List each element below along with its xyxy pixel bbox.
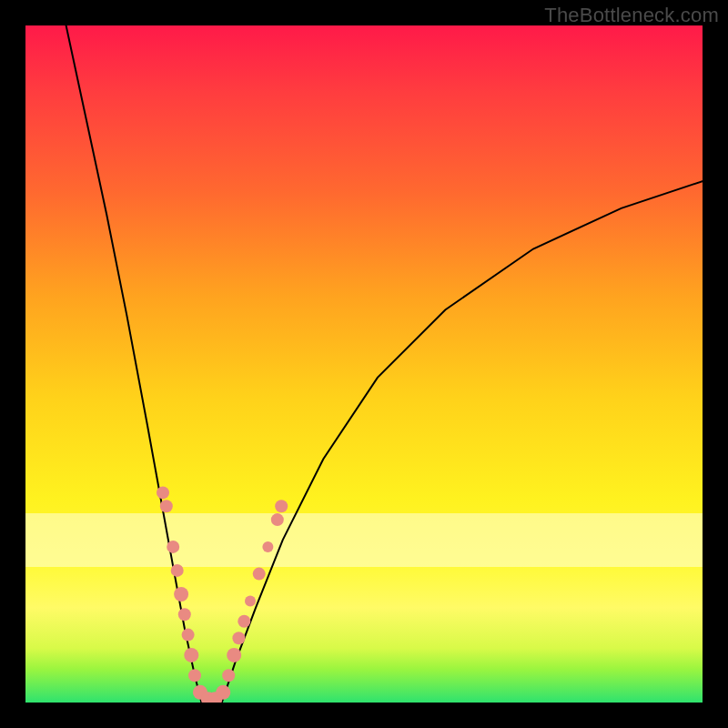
- curve-layer: [25, 25, 703, 703]
- plot-area: [25, 25, 703, 703]
- marker-dot: [160, 500, 173, 512]
- marker-dot: [232, 632, 245, 644]
- marker-dot: [275, 500, 288, 512]
- series-group: [66, 25, 703, 703]
- marker-dot: [182, 629, 195, 642]
- marker-dot: [174, 587, 188, 602]
- marker-dot: [171, 564, 184, 577]
- series-right-branch: [222, 181, 703, 703]
- marker-dot: [227, 648, 241, 662]
- marker-dot: [253, 568, 266, 581]
- marker-group: [157, 486, 288, 703]
- watermark-text: TheBottleneck.com: [544, 4, 719, 27]
- marker-dot: [216, 685, 230, 700]
- marker-dot: [222, 669, 235, 682]
- marker-dot: [262, 541, 273, 552]
- marker-dot: [245, 595, 256, 606]
- chart-frame: TheBottleneck.com: [0, 0, 728, 728]
- marker-dot: [271, 513, 284, 526]
- marker-dot: [178, 608, 191, 621]
- marker-dot: [167, 541, 179, 553]
- marker-dot: [184, 648, 198, 662]
- marker-dot: [188, 669, 201, 682]
- marker-dot: [238, 615, 250, 628]
- marker-dot: [157, 486, 169, 499]
